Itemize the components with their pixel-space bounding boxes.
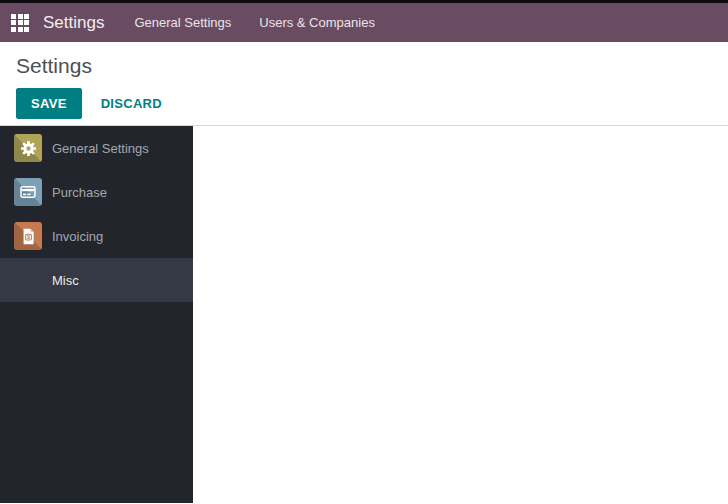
app-title[interactable]: Settings — [43, 13, 104, 33]
sidebar-item-invoicing[interactable]: $ Invoicing — [0, 214, 193, 258]
apps-menu-icon[interactable] — [11, 14, 29, 32]
settings-sidebar: General Settings Purchase $ — [0, 126, 193, 503]
control-panel: Settings SAVE DISCARD — [0, 42, 728, 126]
credit-card-icon — [14, 178, 42, 206]
nav-item-users-companies[interactable]: Users & Companies — [259, 15, 375, 30]
discard-button[interactable]: DISCARD — [89, 89, 174, 118]
button-row: SAVE DISCARD — [16, 88, 712, 119]
top-navbar: Settings General Settings Users & Compan… — [0, 3, 728, 42]
sidebar-item-general-settings[interactable]: General Settings — [0, 126, 193, 170]
sidebar-item-label: General Settings — [52, 141, 149, 156]
dollar-glyph: $ — [27, 233, 30, 239]
sidebar-item-purchase[interactable]: Purchase — [0, 170, 193, 214]
sidebar-item-misc[interactable]: Misc — [0, 258, 193, 302]
nav-item-general-settings[interactable]: General Settings — [134, 15, 231, 30]
sidebar-item-label: Invoicing — [52, 229, 103, 244]
page-body: General Settings Purchase $ — [0, 126, 728, 503]
nav-menu: General Settings Users & Companies — [134, 15, 402, 30]
sidebar-item-label: Purchase — [52, 185, 107, 200]
sidebar-item-label: Misc — [52, 273, 79, 288]
save-button[interactable]: SAVE — [16, 88, 82, 119]
main-content-pane — [193, 126, 728, 503]
gear-icon — [14, 134, 42, 162]
page-title: Settings — [16, 53, 712, 79]
invoice-document-icon: $ — [14, 222, 42, 250]
